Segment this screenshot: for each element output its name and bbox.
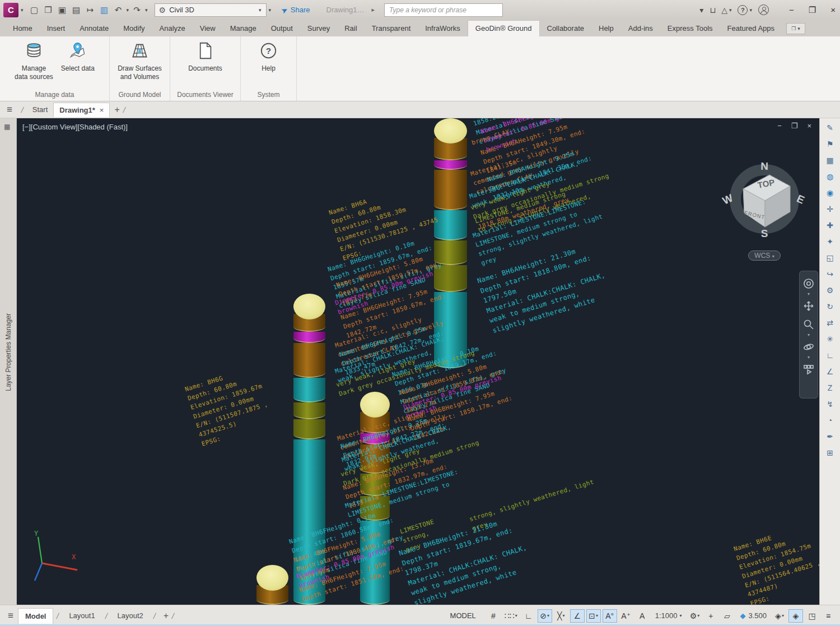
file-tab-menu-icon[interactable]: ≡ [7, 104, 12, 115]
autodesk-account-icon[interactable]: △ ▾ [721, 6, 732, 15]
tab-output[interactable]: Output [264, 21, 300, 36]
viewcube-north[interactable]: N [760, 160, 768, 172]
layout-tab-layout1[interactable]: Layout1 [62, 608, 101, 623]
geolocation-icon[interactable]: ◉ [823, 186, 837, 200]
move-grid-icon[interactable]: ✛ [823, 202, 837, 216]
ortho-icon[interactable]: ∟ [521, 609, 536, 623]
annotation-autoscale-icon[interactable]: A⁺ [619, 609, 633, 623]
object-snap-icon[interactable]: ⊡▾ [586, 609, 601, 623]
qat-customize-icon[interactable]: ▾ [269, 7, 272, 13]
file-tab-start[interactable]: Start [27, 103, 53, 117]
polar-tracking-icon[interactable]: ⊘▾ [538, 609, 552, 623]
share-button[interactable]: ➤ Share [281, 6, 310, 15]
select-data-button[interactable]: Select data [59, 40, 97, 74]
workspace-caret-icon[interactable]: ▾ [259, 7, 262, 13]
viewport-frame-icon[interactable]: ◱ [823, 251, 837, 265]
swap-axes-icon[interactable]: ⇄ [823, 316, 837, 330]
pen-icon[interactable]: ✒ [823, 430, 837, 443]
annotation-scale-list-icon[interactable]: A [635, 609, 650, 623]
tag-icon[interactable]: ◈ [788, 609, 803, 623]
navbar-caret-icon[interactable]: ▾ [808, 291, 810, 296]
redo-icon[interactable]: ↷ [130, 3, 143, 16]
object-snap-caret-icon[interactable]: ▾ [596, 613, 598, 618]
viewport-close-icon[interactable]: × [807, 122, 811, 130]
object-snap-tracking-icon[interactable]: ∠ [570, 609, 585, 623]
annotation-visibility-icon[interactable]: A° [603, 609, 617, 623]
help-button[interactable]: ?Help [257, 40, 280, 74]
tab-view[interactable]: View [193, 21, 223, 36]
app-menu-caret-icon[interactable]: ▾ [21, 7, 24, 13]
corner-measure-icon[interactable]: ∟ [823, 349, 837, 362]
undo-icon[interactable]: ↶ [112, 3, 125, 16]
map-globe-icon[interactable]: ◍ [823, 170, 837, 183]
account-icon[interactable] [758, 4, 769, 15]
layout-menu-icon[interactable]: ≡ [8, 610, 13, 622]
manage-button[interactable]: Manage data sources [12, 40, 55, 82]
layout-tab-model[interactable]: Model [18, 608, 54, 624]
table-icon[interactable]: ⊞ [823, 446, 837, 460]
zoom-icon[interactable] [803, 319, 814, 330]
section-line-icon[interactable]: Z [823, 381, 837, 395]
close-tab-icon[interactable]: × [100, 106, 104, 114]
print-icon[interactable]: ▥ [98, 3, 111, 16]
ribbon-collapse-button[interactable]: ❐▾ [786, 23, 805, 34]
orbit-caret-icon[interactable]: ▾ [808, 355, 810, 360]
clean-screen-icon[interactable]: ◳ [805, 609, 819, 623]
viewport-controls[interactable]: [−][Custom View][Shaded (Fast)] [22, 123, 128, 131]
tab-add-ins[interactable]: Add-ins [621, 21, 660, 36]
move-annotation-icon[interactable]: ✚ [823, 219, 837, 232]
showmotion-icon[interactable] [803, 364, 814, 375]
documents-button[interactable]: Documents [186, 40, 225, 74]
viewport-restore-icon[interactable]: ❐ [791, 122, 798, 130]
search-input[interactable] [384, 3, 503, 17]
draw-surfaces-button[interactable]: Draw Surfaces and Volumes [115, 40, 164, 82]
file-tab-drawing1-[interactable]: Drawing1*× [53, 103, 110, 117]
annotation-monitor-icon[interactable]: ◈▾ [772, 609, 787, 623]
model-space-button[interactable]: MODEL [446, 609, 480, 622]
snap-caret-icon[interactable]: ▾ [515, 613, 517, 618]
tab-survey[interactable]: Survey [300, 21, 337, 36]
annotation-monitor-caret-icon[interactable]: ▾ [782, 613, 784, 618]
zoom-caret-icon[interactable]: ▾ [808, 332, 810, 337]
app-menu-button[interactable]: C [3, 3, 18, 17]
new-drawing-button[interactable]: + [114, 105, 119, 115]
wcs-dropdown[interactable]: WCS ▾ [748, 251, 780, 261]
save-icon[interactable]: ▣ [56, 3, 69, 16]
navigation-bar[interactable]: ▾ ▾ ▾ [799, 271, 818, 398]
isometric-drafting-icon[interactable]: ╳▾ [554, 609, 568, 623]
grid-icon[interactable]: # [486, 609, 501, 623]
tab-transparent[interactable]: Transparent [365, 21, 418, 36]
tab-insert[interactable]: Insert [40, 21, 73, 36]
tab-modify[interactable]: Modify [116, 21, 152, 36]
tab-featured-apps[interactable]: Featured Apps [720, 21, 782, 36]
cart-icon[interactable]: ⊔ [710, 6, 716, 15]
named-views-icon[interactable]: ✦ [823, 235, 837, 248]
isometric-drafting-caret-icon[interactable]: ▾ [562, 613, 564, 618]
tab-home[interactable]: Home [6, 21, 40, 36]
new-layout-button[interactable]: + [164, 611, 169, 621]
survey-flag-icon[interactable]: ⚑ [823, 137, 837, 151]
rotate-view-icon[interactable]: ↻ [823, 300, 837, 313]
tab-collaborate[interactable]: Collaborate [540, 21, 592, 36]
redo-caret-icon[interactable]: ▾ [145, 7, 148, 13]
sheet-set-icon[interactable]: ▦ [823, 154, 837, 167]
add-scales-icon[interactable]: + [703, 609, 718, 623]
layer-properties-manager-strip[interactable]: ▦ Layer Properties Manager [0, 118, 17, 605]
tab-infraworks[interactable]: InfraWorks [418, 21, 468, 36]
new-file-icon[interactable]: ▢ [28, 3, 41, 16]
viewcube-south[interactable]: S [761, 228, 768, 239]
tab-geodin-ground[interactable]: GeoDin® Ground [468, 20, 540, 36]
settings-gear-icon[interactable]: ⚙▾ [687, 609, 702, 623]
viewcube[interactable]: N E S W TOP FRONT WCS ▾ [722, 153, 807, 261]
settings-cursor-icon[interactable]: ⚙ [823, 284, 837, 297]
doc-title-arrow-icon[interactable]: ▸ [371, 6, 375, 13]
compass-icon[interactable]: ◔ [823, 414, 837, 427]
undo-caret-icon[interactable]: ▾ [127, 7, 129, 13]
tab-manage[interactable]: Manage [223, 21, 264, 36]
window-minimize-button[interactable]: − [789, 5, 794, 15]
customization-menu-icon[interactable]: ≡ [821, 609, 836, 623]
workspace-selector[interactable]: ⚙ Civil 3D ▾ [155, 3, 267, 17]
open-file-icon[interactable]: ❐ [42, 3, 55, 16]
isolate-objects-value[interactable]: ◆ 3.500 [736, 611, 770, 620]
window-restore-button[interactable]: ❐ [809, 5, 816, 15]
